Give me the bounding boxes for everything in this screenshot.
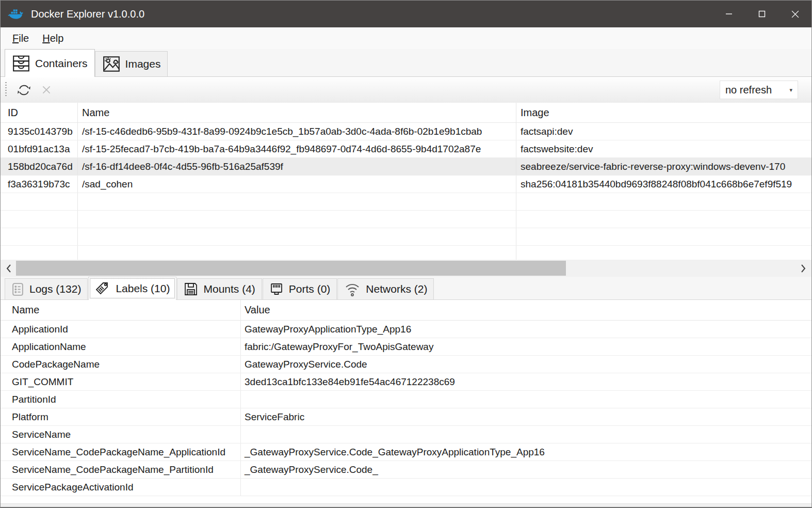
images-icon	[102, 55, 121, 73]
container-row[interactable]: 01bfd91ac13a /sf-15-25fecad7-b7cb-419b-b…	[1, 140, 811, 158]
logs-icon	[11, 282, 24, 296]
label-row[interactable]: ApplicationName fabric:/GatewayProxyFor_…	[1, 338, 811, 356]
menu-help[interactable]: Help	[36, 29, 70, 47]
containers-table: ID Name Image 9135c014379b /sf-15-c46ded…	[1, 103, 811, 260]
container-row[interactable]: 9135c014379b /sf-15-c46dedb6-95b9-431f-8…	[1, 123, 811, 140]
label-value: 3ded13ca1bfc133e84eb91fe54ac467122238c69	[241, 373, 811, 390]
empty-row	[1, 228, 811, 246]
labels-table: Name Value ApplicationId GatewayProxyApp…	[1, 300, 811, 503]
tab-ports[interactable]: Ports (0)	[263, 278, 337, 299]
container-name: /sf-16-df14dee8-0f4c-4d55-96fb-516a25af5…	[78, 158, 516, 175]
column-header-name[interactable]: Name	[78, 103, 516, 122]
close-button[interactable]	[778, 1, 811, 27]
scroll-right-button[interactable]	[796, 260, 810, 277]
label-name: ApplicationName	[1, 338, 241, 355]
tab-labels-label: Labels (10)	[116, 282, 170, 295]
tab-networks[interactable]: Networks (2)	[337, 278, 434, 299]
label-name: PartitionId	[1, 391, 241, 408]
label-row[interactable]: PartitionId	[1, 391, 811, 408]
tab-mounts[interactable]: Mounts (4)	[177, 278, 262, 299]
label-name: GIT_COMMIT	[1, 373, 241, 390]
tab-labels[interactable]: Labels (10)	[88, 277, 176, 300]
label-name: ServiceName_CodePackageName_ApplicationI…	[1, 443, 241, 461]
label-name: ServiceName_CodePackageName_PartitionId	[1, 461, 241, 478]
combo-arrow-icon: ▾	[789, 87, 792, 93]
empty-row	[1, 246, 811, 260]
label-row[interactable]: ServiceName_CodePackageName_PartitionId …	[1, 461, 811, 479]
titlebar: Docker Explorer v1.0.0.0	[1, 1, 811, 27]
container-image: seabreeze/service-fabric-reverse-proxy:w…	[516, 158, 811, 175]
tab-containers[interactable]: Containers	[5, 49, 95, 77]
column-header-id[interactable]: ID	[1, 103, 78, 122]
tab-images[interactable]: Images	[95, 51, 168, 76]
app-window: Docker Explorer v1.0.0.0 File Help Conta…	[0, 0, 812, 508]
scrollbar-thumb[interactable]	[16, 261, 566, 276]
label-row[interactable]: ServiceName	[1, 426, 811, 443]
column-header-label-value[interactable]: Value	[241, 300, 811, 320]
toolbar: no refresh ▾	[1, 77, 811, 103]
container-row-selected[interactable]: 158bd20ca76d /sf-16-df14dee8-0f4c-4d55-9…	[1, 158, 811, 176]
minimize-button[interactable]	[712, 1, 745, 27]
label-name: CodePackageName	[1, 356, 241, 373]
containers-icon	[12, 54, 30, 73]
scroll-left-icon	[6, 264, 12, 273]
tab-containers-label: Containers	[35, 57, 88, 70]
tab-logs[interactable]: Logs (132)	[5, 278, 88, 299]
container-name: /sad_cohen	[78, 176, 516, 193]
tab-images-label: Images	[125, 58, 161, 70]
scroll-left-button[interactable]	[2, 260, 16, 277]
label-row[interactable]: ServiceName_CodePackageName_ApplicationI…	[1, 443, 811, 461]
container-image: sha256:04181b35440bd9693f88248f08bf041c6…	[516, 176, 811, 193]
menubar: File Help	[1, 27, 811, 49]
container-id: f3a36319b73c	[1, 176, 78, 193]
window-bottom-edge	[1, 503, 811, 507]
empty-row	[1, 211, 811, 228]
ports-icon	[269, 282, 284, 296]
tab-logs-label: Logs (132)	[29, 283, 81, 295]
clear-button[interactable]	[37, 80, 56, 100]
tab-mounts-label: Mounts (4)	[203, 283, 255, 295]
column-header-image[interactable]: Image	[516, 103, 811, 122]
label-value: GatewayProxyApplicationType_App16	[241, 321, 811, 338]
container-id: 158bd20ca76d	[1, 158, 78, 175]
maximize-button[interactable]	[745, 1, 778, 27]
container-id: 9135c014379b	[1, 123, 78, 140]
label-value: _GatewayProxyService.Code_GatewayProxyAp…	[241, 443, 811, 461]
container-name: /sf-15-25fecad7-b7cb-419b-ba7a-64b9a3446…	[78, 140, 516, 157]
scroll-right-icon	[800, 264, 806, 273]
label-value: GatewayProxyService.Code	[241, 356, 811, 373]
refresh-icon	[17, 83, 31, 97]
label-row[interactable]: GIT_COMMIT 3ded13ca1bfc133e84eb91fe54ac4…	[1, 373, 811, 391]
window-title: Docker Explorer v1.0.0.0	[31, 8, 712, 20]
label-name: ServiceName	[1, 426, 241, 443]
container-id: 01bfd91ac13a	[1, 140, 78, 157]
container-image: factswebsite:dev	[516, 140, 811, 157]
refresh-interval-select[interactable]: no refresh ▾	[720, 81, 798, 99]
toolbar-grip[interactable]	[5, 82, 7, 98]
refresh-button[interactable]	[14, 80, 34, 100]
horizontal-scrollbar[interactable]	[1, 260, 811, 277]
label-value: fabric:/GatewayProxyFor_TwoApisGateway	[241, 338, 811, 355]
label-name: ApplicationId	[1, 321, 241, 338]
labels-icon	[95, 281, 110, 296]
labels-table-header: Name Value	[1, 300, 811, 321]
label-name: ServicePackageActivationId	[1, 479, 241, 496]
label-row[interactable]: ServicePackageActivationId	[1, 479, 811, 496]
refresh-interval-value: no refresh	[725, 84, 772, 96]
label-row[interactable]: Platform ServiceFabric	[1, 408, 811, 426]
menu-file[interactable]: File	[6, 29, 36, 47]
docker-whale-icon	[8, 8, 24, 20]
detail-tabstrip: Logs (132) Labels (10) Mounts (4)	[1, 277, 811, 300]
column-header-label-name[interactable]: Name	[1, 300, 241, 320]
label-value	[241, 426, 811, 443]
container-row[interactable]: f3a36319b73c /sad_cohen sha256:04181b354…	[1, 176, 811, 193]
label-row[interactable]: CodePackageName GatewayProxyService.Code	[1, 356, 811, 373]
close-icon	[791, 10, 800, 19]
maximize-icon	[758, 10, 766, 18]
main-tabstrip: Containers Images	[1, 49, 811, 77]
label-row[interactable]: ApplicationId GatewayProxyApplicationTyp…	[1, 321, 811, 338]
mounts-icon	[184, 282, 198, 296]
tab-networks-label: Networks (2)	[366, 283, 427, 295]
networks-icon	[344, 281, 361, 297]
container-name: /sf-15-c46dedb6-95b9-431f-8a99-0924b9c1e…	[78, 123, 516, 140]
